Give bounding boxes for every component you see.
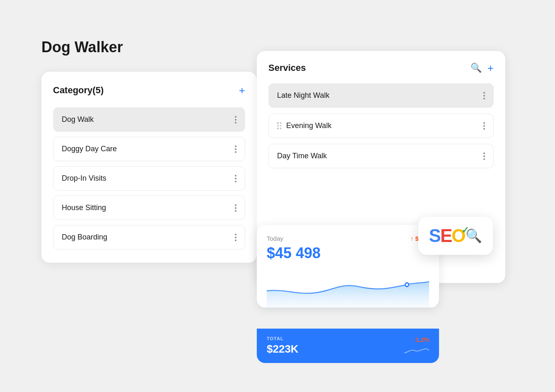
dot bbox=[235, 204, 236, 206]
category-header: Category(5) + bbox=[53, 85, 245, 96]
dot bbox=[483, 92, 485, 94]
service-item-menu[interactable] bbox=[483, 152, 485, 160]
dot bbox=[483, 158, 485, 160]
change-pct: ↓ 1.2% bbox=[411, 336, 429, 343]
seo-search-magnifier: 🔍 bbox=[466, 228, 482, 244]
add-category-button[interactable]: + bbox=[239, 85, 245, 96]
dot bbox=[235, 145, 236, 147]
seo-letter-s: S bbox=[429, 225, 440, 246]
dot bbox=[235, 116, 236, 118]
service-label: Day Time Walk bbox=[277, 152, 327, 160]
add-service-button[interactable]: + bbox=[487, 63, 494, 73]
total-label: TOTAL bbox=[267, 336, 299, 341]
seo-letter-e: E bbox=[440, 225, 451, 246]
dot bbox=[483, 155, 485, 157]
dot bbox=[235, 178, 236, 179]
total-change: ↓ 1.2% bbox=[404, 336, 429, 356]
services-title: Services bbox=[268, 63, 306, 73]
category-item-label: Drop-In Visits bbox=[62, 174, 106, 183]
chart-area bbox=[267, 266, 429, 307]
dot bbox=[483, 95, 485, 97]
dot bbox=[235, 234, 236, 235]
dot bbox=[483, 152, 485, 154]
dot bbox=[235, 119, 236, 121]
category-card: Category(5) + Dog Walk Doggy Day Care Dr… bbox=[41, 72, 257, 263]
category-item-label: Dog Boarding bbox=[62, 233, 107, 242]
dot bbox=[235, 151, 236, 153]
service-item-menu[interactable] bbox=[483, 122, 485, 130]
page-title: Dog Walker bbox=[41, 39, 123, 56]
category-item-label: Doggy Day Care bbox=[62, 145, 117, 153]
search-button[interactable]: 🔍 bbox=[471, 63, 482, 73]
category-item-label: Dog Walk bbox=[62, 115, 94, 124]
dot bbox=[483, 125, 485, 127]
dot bbox=[235, 237, 236, 238]
category-item[interactable]: Dog Walk bbox=[53, 107, 245, 132]
service-item[interactable]: Late Night Walk bbox=[268, 83, 494, 108]
category-item-menu[interactable] bbox=[235, 234, 236, 241]
service-item-left: Evening Walk bbox=[277, 121, 331, 130]
dot bbox=[235, 181, 236, 182]
category-item-label: House Sitting bbox=[62, 203, 106, 212]
category-item-menu[interactable] bbox=[235, 175, 236, 182]
seo-logo: SEO✓ 🔍 bbox=[429, 227, 483, 245]
svg-point-1 bbox=[406, 283, 408, 286]
category-item-menu[interactable] bbox=[235, 116, 236, 123]
stats-bottom-card: TOTAL $223K ↓ 1.2% bbox=[257, 329, 439, 363]
today-label: Today bbox=[267, 235, 283, 242]
stats-amount: $45 498 bbox=[267, 244, 429, 262]
services-actions: 🔍 + bbox=[471, 63, 494, 73]
service-label: Evening Walk bbox=[286, 121, 331, 130]
dot bbox=[483, 98, 485, 99]
dot bbox=[483, 128, 485, 130]
service-item-left: Late Night Walk bbox=[277, 91, 329, 100]
services-header: Services 🔍 + bbox=[268, 63, 494, 73]
category-title: Category(5) bbox=[53, 85, 104, 96]
category-item-menu[interactable] bbox=[235, 204, 236, 212]
service-item[interactable]: Evening Walk bbox=[268, 114, 494, 138]
seo-badge: SEO✓ 🔍 bbox=[418, 217, 493, 255]
category-item[interactable]: Drop-In Visits bbox=[53, 166, 245, 191]
category-item[interactable]: House Sitting bbox=[53, 196, 245, 220]
service-item-left: Day Time Walk bbox=[277, 152, 327, 160]
stats-card: Today ↑ $126 $45 498 bbox=[257, 225, 439, 307]
services-list: Late Night Walk Evening Walk bbox=[268, 83, 494, 168]
service-item-menu[interactable] bbox=[483, 92, 485, 99]
dot bbox=[235, 122, 236, 123]
stats-top: Today ↑ $126 bbox=[267, 235, 429, 242]
category-item-menu[interactable] bbox=[235, 145, 236, 153]
service-item[interactable]: Day Time Walk bbox=[268, 144, 494, 168]
total-amount: $223K bbox=[267, 343, 299, 356]
category-list: Dog Walk Doggy Day Care Drop-In Visits H… bbox=[53, 107, 245, 249]
service-label: Late Night Walk bbox=[277, 91, 329, 100]
dot bbox=[235, 148, 236, 150]
drag-handle bbox=[277, 122, 281, 129]
dot bbox=[235, 240, 236, 241]
dot bbox=[483, 122, 485, 124]
category-item[interactable]: Doggy Day Care bbox=[53, 137, 245, 161]
dot bbox=[235, 207, 236, 209]
dot bbox=[235, 175, 236, 177]
category-item[interactable]: Dog Boarding bbox=[53, 225, 245, 249]
dot bbox=[235, 210, 236, 212]
total-section: TOTAL $223K bbox=[267, 336, 299, 356]
seo-letter-o: O✓ bbox=[451, 227, 465, 245]
